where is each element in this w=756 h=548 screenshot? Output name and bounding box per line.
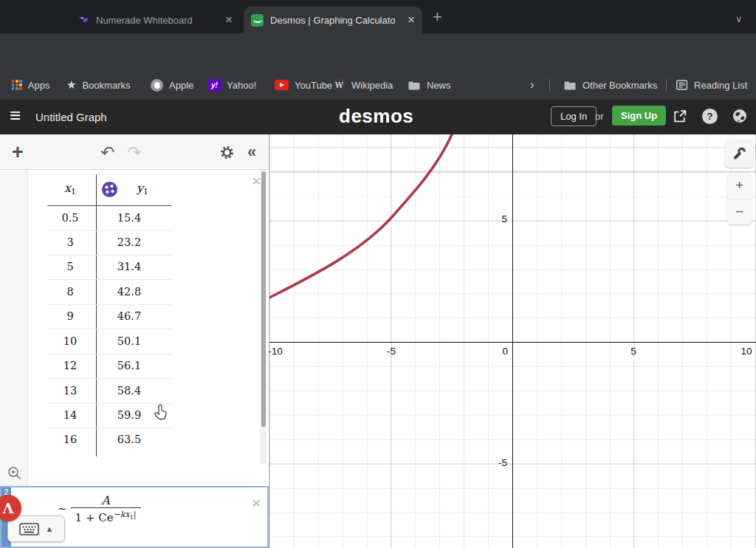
table-cell[interactable]: 16 bbox=[41, 434, 99, 445]
magnifier-plus-icon bbox=[7, 465, 23, 482]
tab-strip: Numerade Whiteboard × Desmos | Graphing … bbox=[0, 0, 756, 33]
tilde: ~ bbox=[58, 502, 67, 516]
x-tick-label: 10 bbox=[736, 346, 756, 357]
table-col-header-y[interactable]: y1 bbox=[120, 181, 165, 196]
add-expression-button[interactable]: + bbox=[6, 134, 30, 170]
reading-list[interactable]: Reading List bbox=[676, 70, 747, 100]
zoom-controls: + − bbox=[727, 173, 752, 225]
hamburger-menu-icon[interactable]: ≡ bbox=[10, 104, 21, 127]
tab-overflow-chevron[interactable]: ∨ bbox=[735, 13, 743, 24]
table-cell[interactable]: 14 bbox=[41, 409, 99, 421]
x-tick-label: -10 bbox=[265, 346, 286, 357]
zoom-out-button[interactable]: − bbox=[727, 199, 752, 225]
zoom-in-button[interactable]: + bbox=[727, 173, 752, 199]
row-separator bbox=[47, 378, 171, 379]
bookmark-bookmarks[interactable]: ★ Bookmarks bbox=[66, 70, 130, 100]
tab-close-icon[interactable]: × bbox=[225, 13, 233, 27]
table-cell[interactable]: 8 bbox=[41, 286, 99, 298]
reading-list-icon bbox=[676, 79, 688, 91]
bookmark-apple[interactable]: Apple bbox=[151, 70, 193, 100]
signup-button[interactable]: Sign Up bbox=[612, 106, 666, 126]
bookmark-youtube[interactable]: YouTube bbox=[275, 70, 332, 100]
wrench-icon bbox=[731, 145, 747, 162]
table-col-header-x[interactable]: x1 bbox=[41, 181, 99, 196]
expression-panel: + ↶ ↷ « x1 y1 0.515.4 323.2 531.4 842.8 … bbox=[0, 134, 269, 548]
keyboard-collapse-caret: ▲ bbox=[46, 524, 54, 533]
gear-icon bbox=[219, 145, 235, 160]
graph-settings-gear-button[interactable] bbox=[214, 134, 239, 170]
table-cell[interactable]: 13 bbox=[41, 385, 99, 397]
other-bookmarks[interactable]: Other Bookmarks bbox=[563, 70, 657, 100]
regression-curve bbox=[269, 134, 756, 548]
formula-expression[interactable]: 2 ~ A 1 + Ce−kx1| × ▲ bbox=[0, 486, 269, 548]
curve-path bbox=[269, 134, 452, 298]
row-separator bbox=[47, 354, 171, 355]
bookmark-wikipedia[interactable]: W Wikipedia bbox=[333, 70, 393, 100]
table-header-underline bbox=[47, 205, 171, 206]
collapse-panel-button[interactable]: « bbox=[240, 134, 264, 170]
bookmarks-overflow-chevron[interactable]: › bbox=[530, 78, 535, 92]
fraction-denominator: 1 + Ce−kx1| bbox=[71, 507, 141, 524]
graph-region[interactable]: -10 -5 0 5 10 5 -5 + − bbox=[269, 134, 756, 548]
new-tab-button[interactable]: + bbox=[433, 7, 442, 27]
table-cell[interactable]: 15.4 bbox=[100, 212, 158, 224]
redo-button[interactable]: ↷ bbox=[123, 134, 146, 170]
point-style-icon[interactable] bbox=[101, 181, 118, 198]
table-cell[interactable]: 12 bbox=[41, 360, 99, 371]
x-tick-label: 5 bbox=[623, 346, 644, 357]
table-cell[interactable]: 23.2 bbox=[100, 236, 158, 248]
table-cell[interactable]: 46.7 bbox=[100, 310, 158, 322]
browser-toolbar: ← → ↻ desmos.com/calculator ☆ J Error ⋮ bbox=[0, 33, 756, 70]
graph-settings-button[interactable] bbox=[725, 140, 753, 168]
table-cell[interactable]: 0.5 bbox=[41, 212, 99, 224]
language-globe-icon[interactable] bbox=[732, 108, 748, 124]
keyboard-toggle[interactable]: ▲ bbox=[7, 516, 65, 542]
table-cell[interactable]: 31.4 bbox=[100, 261, 158, 273]
tab-title: Numerade Whiteboard bbox=[96, 15, 219, 26]
or-text: or bbox=[595, 111, 604, 122]
apps-grid-icon bbox=[12, 80, 22, 90]
yahoo-icon: y! bbox=[208, 79, 221, 92]
table-cell[interactable]: 63.5 bbox=[100, 434, 158, 445]
help-icon[interactable]: ? bbox=[702, 109, 718, 124]
divider bbox=[549, 79, 550, 91]
row-separator bbox=[47, 255, 171, 256]
table-cell[interactable]: 5 bbox=[41, 261, 99, 273]
desmos-logo: desmos bbox=[339, 105, 413, 128]
tab-close-icon[interactable]: × bbox=[408, 13, 415, 27]
folder-icon bbox=[408, 80, 421, 91]
zoom-fit-button[interactable] bbox=[7, 465, 23, 484]
export-graph-icon[interactable] bbox=[672, 109, 688, 124]
bookmark-news[interactable]: News bbox=[408, 70, 451, 100]
tab-title: Desmos | Graphing Calculato bbox=[270, 15, 402, 26]
table-cell[interactable]: 3 bbox=[41, 236, 99, 248]
table-cell[interactable]: 42.8 bbox=[100, 286, 158, 298]
x-tick-label: -5 bbox=[381, 346, 402, 357]
table-cell[interactable]: 9 bbox=[41, 310, 99, 322]
login-button[interactable]: Log In bbox=[551, 106, 597, 126]
fraction: A 1 + Ce−kx1| bbox=[71, 493, 141, 524]
y-tick-label: -5 bbox=[487, 457, 507, 468]
bookmark-apps[interactable]: Apps bbox=[12, 70, 49, 100]
bookmark-yahoo[interactable]: y! Yahoo! bbox=[208, 70, 256, 100]
table-cell[interactable]: 59.9 bbox=[100, 409, 158, 421]
close-expression-icon[interactable]: × bbox=[252, 495, 261, 510]
table-cell[interactable]: 56.1 bbox=[100, 360, 158, 371]
screen: Numerade Whiteboard × Desmos | Graphing … bbox=[0, 0, 756, 548]
tab-desmos[interactable]: Desmos | Graphing Calculato × bbox=[244, 7, 422, 33]
divider bbox=[666, 79, 667, 91]
undo-button[interactable]: ↶ bbox=[96, 134, 120, 170]
row-separator bbox=[47, 428, 171, 428]
tab-numerade[interactable]: Numerade Whiteboard × bbox=[70, 7, 240, 33]
row-separator bbox=[47, 304, 171, 305]
regression-formula[interactable]: ~ A 1 + Ce−kx1| bbox=[58, 493, 141, 524]
table-cell[interactable]: 58.4 bbox=[100, 385, 158, 397]
table-cell[interactable]: 10 bbox=[41, 335, 99, 347]
keyboard-icon bbox=[19, 523, 39, 535]
panel-scrollbar-thumb[interactable] bbox=[261, 171, 266, 427]
graph-title[interactable]: Untitled Graph bbox=[35, 111, 107, 123]
table-expression[interactable]: x1 y1 0.515.4 323.2 531.4 842.8 946.7 10… bbox=[0, 170, 269, 464]
numerade-icon bbox=[78, 14, 89, 26]
folder-icon bbox=[563, 80, 577, 91]
table-cell[interactable]: 50.1 bbox=[100, 335, 158, 347]
